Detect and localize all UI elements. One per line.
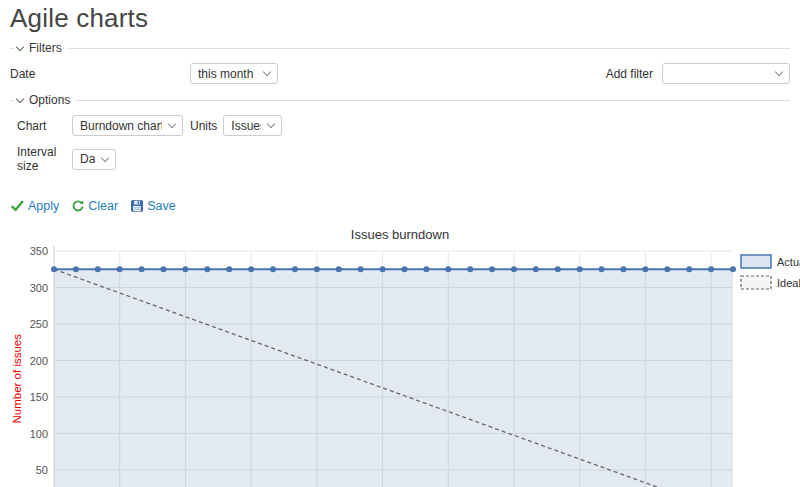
- actual-point: [73, 266, 79, 272]
- actual-point: [292, 266, 298, 272]
- reload-icon: [72, 200, 84, 212]
- actual-point: [314, 266, 320, 272]
- actual-point: [380, 266, 386, 272]
- options-collapse-toggle[interactable]: Options: [14, 93, 76, 107]
- date-filter-select-wrap: this month: [190, 63, 278, 84]
- filters-collapse-toggle[interactable]: Filters: [14, 41, 68, 55]
- actual-point: [423, 266, 429, 272]
- actual-point: [511, 266, 517, 272]
- actual-point: [117, 266, 123, 272]
- units-select[interactable]: Issues: [223, 115, 282, 136]
- actual-point: [445, 266, 451, 272]
- actual-point: [642, 266, 648, 272]
- agile-charts-page: Agile charts Filters Date this month Add…: [0, 3, 800, 487]
- actual-point: [226, 266, 232, 272]
- interval-select[interactable]: Day: [72, 149, 116, 170]
- apply-button[interactable]: Apply: [11, 199, 59, 213]
- actual-point: [358, 266, 364, 272]
- actual-point: [270, 266, 276, 272]
- actual-point: [336, 266, 342, 272]
- filters-fieldset: Filters Date this month Add filter: [10, 41, 790, 93]
- save-icon: [131, 200, 143, 212]
- chart-options-row: Chart Burndown chart Units Issues: [10, 115, 790, 136]
- actual-point: [467, 266, 473, 272]
- save-button-label: Save: [147, 199, 176, 213]
- date-filter-label: Date: [10, 67, 190, 81]
- actual-point: [620, 266, 626, 272]
- save-button[interactable]: Save: [131, 199, 176, 213]
- actual-point: [489, 266, 495, 272]
- actual-point: [401, 266, 407, 272]
- options-legend-label: Options: [29, 93, 70, 107]
- chevron-down-icon: [16, 42, 24, 50]
- actual-area: [54, 269, 733, 487]
- actual-point: [182, 266, 188, 272]
- legend-swatch: [741, 276, 771, 289]
- actual-point: [599, 266, 605, 272]
- legend-label: Ideal: [777, 277, 800, 289]
- chevron-down-icon: [16, 94, 24, 102]
- add-filter-select-wrap: [662, 63, 790, 84]
- date-filter-row: Date this month Add filter: [10, 63, 790, 84]
- actual-point: [686, 266, 692, 272]
- actions-toolbar: Apply Clear Save: [11, 199, 790, 213]
- interval-select-wrap: Day: [72, 149, 116, 170]
- add-filter-select[interactable]: [662, 63, 790, 84]
- actual-point: [555, 266, 561, 272]
- clear-button[interactable]: Clear: [72, 199, 118, 213]
- y-tick-label: 100: [30, 428, 48, 440]
- actual-point: [204, 266, 210, 272]
- legend-label: Actual: [777, 256, 800, 268]
- burndown-chart-block: Issues burndown 0501001502002503003503 S…: [10, 228, 790, 487]
- options-fieldset: Options Chart Burndown chart Units Issue…: [10, 93, 790, 184]
- actual-point: [533, 266, 539, 272]
- actual-point: [248, 266, 254, 272]
- burndown-chart: 0501001502002503003503 September6 Septem…: [10, 243, 800, 487]
- y-tick-label: 350: [30, 245, 48, 257]
- y-tick-label: 300: [30, 282, 48, 294]
- y-tick-label: 150: [30, 391, 48, 403]
- legend-swatch: [741, 255, 771, 268]
- page-title: Agile charts: [10, 3, 790, 34]
- actual-point: [95, 266, 101, 272]
- actual-point: [664, 266, 670, 272]
- units-label: Units: [190, 119, 217, 133]
- actual-point: [708, 266, 714, 272]
- check-icon: [11, 200, 24, 212]
- chart-title: Issues burndown: [10, 228, 790, 242]
- actual-point: [577, 266, 583, 272]
- clear-button-label: Clear: [88, 199, 118, 213]
- filters-legend-label: Filters: [29, 41, 62, 55]
- apply-button-label: Apply: [28, 199, 59, 213]
- interval-options-row: Interval size Day: [10, 145, 790, 173]
- chart-label: Chart: [17, 119, 72, 133]
- units-select-wrap: Issues: [223, 115, 282, 136]
- actual-point: [51, 266, 57, 272]
- interval-size-label: Interval size: [17, 145, 72, 173]
- actual-point: [139, 266, 145, 272]
- date-filter-select[interactable]: this month: [190, 63, 278, 84]
- chart-select[interactable]: Burndown chart: [72, 115, 183, 136]
- chart-select-wrap: Burndown chart: [72, 115, 183, 136]
- add-filter-label: Add filter: [606, 67, 653, 81]
- y-tick-label: 200: [30, 355, 48, 367]
- y-tick-label: 50: [36, 464, 48, 476]
- add-filter-group: Add filter: [606, 63, 790, 84]
- y-tick-label: 250: [30, 318, 48, 330]
- y-axis-title: Number of issues: [11, 334, 23, 424]
- actual-point: [161, 266, 167, 272]
- actual-point: [730, 266, 736, 272]
